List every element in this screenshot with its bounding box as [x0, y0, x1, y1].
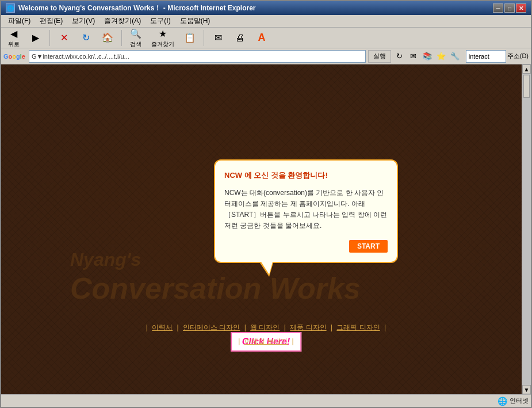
menu-bar: 파일(F) 편집(E) 보기(V) 즐겨찾기(A) 도구(I) 도움말(H)	[1, 15, 531, 28]
font-icon: A	[255, 32, 268, 44]
address-url: G▼interact.wixx.co.kr/..c../....t.i/u...	[32, 53, 129, 60]
refresh-small-icon[interactable]: ↻	[393, 50, 406, 63]
back-button[interactable]: ◀ 위로	[3, 26, 24, 50]
address-toolbar-icons: ↻ ✉ 📚 ⭐ 🔧	[393, 50, 461, 63]
mail-icon: ✉	[212, 32, 224, 44]
bubble-title: NCW 에 오신 것을 환영합니다!	[224, 170, 388, 182]
refresh-button[interactable]: ↻	[75, 30, 96, 46]
search-field[interactable]: interact	[466, 50, 506, 63]
google-logo: Google	[3, 53, 25, 60]
browser-content: Nyang's Conversation Works NCW 에 오신 것을 환…	[1, 64, 531, 394]
back-icon: ◀	[7, 28, 20, 40]
zone-label: 인터넷	[510, 396, 529, 405]
address-input[interactable]: G▼interact.wixx.co.kr/..c../....t.i/u...	[29, 50, 366, 63]
link-web-design[interactable]: 웹 디자인	[250, 323, 280, 331]
scroll-up-button[interactable]: ▲	[522, 64, 531, 74]
address-bar: Google G▼interact.wixx.co.kr/..c../....t…	[1, 48, 531, 64]
favorites-small-icon[interactable]: 📚	[421, 50, 434, 63]
scroll-thumb[interactable]	[523, 75, 530, 98]
back-label: 위로	[8, 40, 20, 48]
minimize-button[interactable]: ─	[493, 3, 503, 13]
print-button[interactable]: 🖨	[229, 30, 250, 46]
forward-button[interactable]: ▶	[25, 30, 46, 46]
forward-icon: ▶	[29, 32, 42, 44]
sep3: |	[284, 323, 288, 331]
history-button[interactable]: 📋	[179, 30, 200, 46]
search-label: 검색	[130, 40, 141, 48]
address-label: 주소(D)	[507, 52, 529, 60]
stop-button[interactable]: ✕	[53, 30, 74, 46]
ie-icon: 🌐	[497, 396, 507, 406]
favorites-label: 즐겨찾기	[151, 40, 174, 48]
scrollbar[interactable]: ▲ ▼	[522, 64, 531, 394]
favorites-button[interactable]: ★ 즐겨찾기	[147, 26, 178, 50]
bubble-body: NCW는 대화(conversation)를 기반으로 한 사용자 인터페이스를…	[224, 188, 388, 232]
font-button[interactable]: A	[251, 30, 272, 46]
title-bar: 🌐 Welcome to Nyang's Conversation Works！…	[1, 1, 531, 15]
start-button[interactable]: START	[349, 240, 388, 253]
print-icon: 🖨	[234, 32, 246, 44]
toolbar: ◀ 위로 ▶ ✕ ↻ 🏠 🔍 검색 ★ 즐겨찾기 📋 ✉	[1, 28, 531, 48]
go-button[interactable]: 실행	[368, 50, 391, 63]
history-icon: 📋	[183, 32, 196, 44]
menu-view[interactable]: 보기(V)	[67, 15, 99, 27]
sep5: |	[384, 323, 386, 331]
search-value: interact	[469, 53, 489, 60]
star-icon: ★	[156, 28, 169, 40]
sep4: |	[331, 323, 334, 331]
mail-small-icon[interactable]: ✉	[407, 50, 420, 63]
footer-links: | 이력서 | 인터페이스 디자인 | 웹 디자인 | 제품 디자인 | 그래픽…	[1, 321, 531, 348]
toolbar-separator-3	[204, 30, 204, 46]
window-icon: 🌐	[6, 3, 15, 13]
sep6: |	[238, 337, 242, 345]
speech-bubble: NCW 에 오신 것을 환영합니다! NCW는 대화(conversation)…	[214, 159, 398, 263]
mail-button[interactable]: ✉	[208, 30, 228, 46]
menu-help[interactable]: 도움말(H)	[175, 15, 215, 27]
window-title: Welcome to Nyang's Conversation Works！ -…	[18, 3, 256, 13]
link-graphic-design[interactable]: 그래픽 디자인	[336, 323, 380, 331]
maximize-button[interactable]: □	[504, 3, 515, 13]
watermark-line2: Conversation Works	[70, 270, 361, 306]
window-controls[interactable]: ─ □ ✕	[493, 3, 526, 13]
toolbar-separator-2	[121, 30, 122, 46]
scroll-down-button[interactable]: ▼	[522, 385, 531, 394]
stop-icon: ✕	[58, 32, 70, 44]
link-interface-design[interactable]: 인터페이스 디자인	[183, 323, 240, 331]
home-button[interactable]: 🏠	[97, 30, 118, 46]
sep0: |	[146, 323, 150, 331]
tools-small-icon[interactable]: 🔧	[449, 50, 461, 63]
close-button[interactable]: ✕	[516, 3, 526, 13]
home-icon: 🏠	[101, 32, 114, 44]
link-product-design[interactable]: 제품 디자인	[290, 323, 326, 331]
sep1: |	[177, 323, 181, 331]
scroll-track[interactable]	[522, 74, 531, 385]
link-email[interactable]: 이메일 보내기	[244, 337, 288, 345]
link-resume[interactable]: 이력서	[152, 323, 173, 331]
footer-row-2: | 이메일 보내기 |	[1, 334, 531, 348]
refresh-icon: ↻	[79, 32, 92, 44]
search-icon: 🔍	[129, 28, 142, 40]
star-small-icon[interactable]: ⭐	[435, 50, 447, 63]
toolbar-separator-1	[49, 30, 50, 46]
menu-edit[interactable]: 편집(E)	[35, 15, 67, 27]
search-button[interactable]: 🔍 검색	[125, 26, 146, 50]
sep2: |	[244, 323, 248, 331]
footer-row-1: | 이력서 | 인터페이스 디자인 | 웹 디자인 | 제품 디자인 | 그래픽…	[1, 321, 531, 334]
status-right: 🌐 인터넷	[497, 396, 529, 406]
sep7: |	[292, 337, 294, 345]
status-bar: 🌐 인터넷	[1, 394, 531, 407]
